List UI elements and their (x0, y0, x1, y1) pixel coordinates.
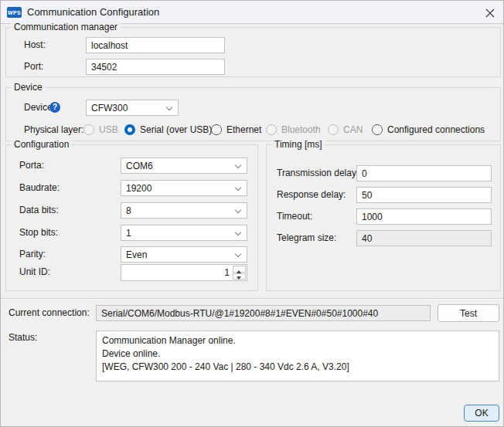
chevron-down-icon (235, 251, 241, 257)
data-bits-select[interactable]: 8 (121, 202, 247, 219)
host-input[interactable] (86, 37, 225, 53)
telegram-size-label: Telegram size: (277, 230, 336, 246)
wps-app-icon-text: WPS (8, 10, 21, 15)
radio-bluetooth: Bluetooth (266, 123, 321, 137)
data-bits-label: Data bits: (19, 202, 59, 219)
parity-select-value: Even (126, 249, 147, 260)
chevron-down-icon (235, 162, 241, 168)
timeout-label: Timeout: (277, 208, 312, 225)
response-delay-input[interactable] (356, 187, 492, 203)
communication-manager-group: Communication manager (5, 27, 501, 77)
communication-configuration-dialog: WPS Communication Configuration Communic… (0, 0, 504, 427)
parity-select[interactable]: Even (121, 246, 247, 263)
porta-select-value: COM6 (126, 161, 153, 171)
radio-serial-over-usb[interactable]: Serial (over USB) (124, 123, 212, 137)
timing-group-label: Timing [ms] (271, 139, 325, 151)
chevron-down-icon (166, 104, 172, 110)
unit-id-spin-buttons (233, 266, 246, 280)
unit-id-value: 1 (224, 265, 230, 280)
radio-can-circle (328, 124, 339, 135)
radio-ethernet[interactable]: Ethernet (211, 123, 261, 137)
chevron-down-icon (235, 185, 241, 191)
radio-usb-circle (83, 124, 94, 135)
close-icon-glyph (485, 8, 495, 18)
stop-bits-select-value: 1 (126, 228, 131, 239)
transmission-delay-label: Transmission delay: (277, 165, 359, 181)
chevron-down-icon (235, 207, 241, 213)
radio-usb: USB (83, 123, 118, 137)
device-select-value: CFW300 (91, 103, 128, 114)
baudrate-label: Baudrate: (19, 180, 60, 196)
telegram-size-field (356, 230, 492, 246)
status-textarea: Communication Manager online. Device onl… (96, 330, 499, 381)
radio-can: CAN (328, 123, 363, 137)
separator-line (1, 298, 504, 300)
current-connection-label: Current connection: (9, 305, 90, 321)
spin-down-button[interactable] (233, 273, 246, 280)
response-delay-label: Response delay: (277, 187, 346, 203)
port-label: Port: (24, 59, 43, 75)
timeout-input[interactable] (356, 208, 492, 225)
title-bar: WPS Communication Configuration (1, 1, 503, 24)
baudrate-select[interactable]: 19200 (121, 180, 247, 196)
chevron-down-icon (235, 229, 241, 236)
spin-up-button[interactable] (233, 266, 246, 273)
radio-serial-over-usb-circle[interactable] (124, 124, 135, 135)
radio-configured-connections[interactable]: Configured connections (372, 123, 485, 137)
wps-app-icon: WPS (7, 7, 22, 18)
porta-label: Porta: (19, 158, 44, 174)
radio-configured-connections-circle[interactable] (372, 124, 383, 135)
stop-bits-select[interactable]: 1 (121, 225, 247, 241)
status-label: Status: (9, 330, 37, 346)
close-icon[interactable] (483, 6, 496, 19)
current-connection-field (96, 305, 431, 321)
transmission-delay-input[interactable] (356, 165, 492, 181)
configuration-group-label: Configuration (11, 139, 72, 151)
status-line: [WEG, CFW300 200 - 240 Vac | 280 - 340 V… (102, 361, 493, 374)
porta-select[interactable]: COM6 (121, 158, 247, 174)
window-title: Communication Configuration (27, 6, 159, 18)
radio-bluetooth-circle (266, 124, 277, 135)
port-input[interactable] (86, 59, 225, 75)
radio-ethernet-circle[interactable] (211, 124, 222, 135)
stop-bits-label: Stop bits: (19, 225, 58, 241)
parity-label: Parity: (19, 246, 46, 263)
physical-layer-label: Physical layer: (24, 122, 83, 138)
data-bits-select-value: 8 (126, 205, 131, 216)
host-label: Host: (24, 37, 46, 53)
status-line: Communication Manager online. (102, 334, 493, 347)
communication-manager-group-label: Communication manager (11, 22, 121, 33)
baudrate-select-value: 19200 (126, 183, 152, 194)
help-icon[interactable]: ? (49, 102, 60, 113)
unit-id-spinner[interactable]: 1 (121, 264, 247, 281)
device-select[interactable]: CFW300 (86, 100, 179, 116)
ok-button[interactable]: OK (464, 405, 499, 422)
device-group-label: Device (11, 82, 46, 93)
test-button[interactable]: Test (438, 304, 499, 322)
status-line: Device online. (102, 347, 493, 361)
unit-id-label: Unit ID: (19, 264, 50, 280)
